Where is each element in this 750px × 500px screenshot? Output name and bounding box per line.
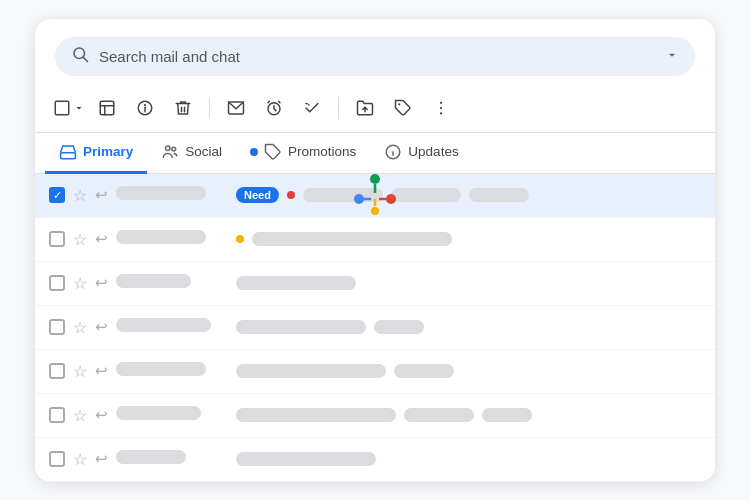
- forward-icon[interactable]: ↩: [95, 450, 108, 468]
- message-area: [236, 408, 701, 422]
- tab-social-label: Social: [185, 144, 222, 159]
- svg-rect-2: [55, 101, 69, 115]
- message-area: [236, 320, 701, 334]
- subject-pill: [236, 276, 356, 290]
- svg-rect-3: [100, 101, 114, 115]
- subject-pill-2: [374, 320, 424, 334]
- tab-primary-label: Primary: [83, 144, 133, 159]
- search-icon: [71, 45, 89, 68]
- sender-area: [116, 318, 226, 336]
- sender-area: [116, 230, 226, 248]
- email-content: [116, 450, 701, 468]
- forward-icon[interactable]: ↩: [95, 318, 108, 336]
- star-icon[interactable]: ☆: [73, 362, 87, 381]
- email-content: [116, 230, 701, 248]
- more-toolbar-icon[interactable]: [425, 92, 457, 124]
- unread-dot: [287, 191, 295, 199]
- svg-point-12: [440, 106, 442, 108]
- forward-icon[interactable]: ↩: [95, 274, 108, 292]
- email-row[interactable]: ☆ ↩: [35, 350, 715, 394]
- svg-point-11: [440, 101, 442, 103]
- search-placeholder-text: Search mail and chat: [99, 48, 655, 65]
- search-bar[interactable]: Search mail and chat: [55, 37, 695, 76]
- email-list: ✓ ☆ ↩: [35, 174, 715, 482]
- tab-updates[interactable]: Updates: [370, 133, 472, 174]
- toolbar-divider-2: [338, 97, 339, 119]
- email-content: Need: [116, 186, 701, 204]
- email-checkbox[interactable]: [49, 231, 65, 247]
- need-badge: Need: [236, 187, 279, 203]
- label-toolbar-icon[interactable]: [387, 92, 419, 124]
- sender-pill: [116, 450, 186, 464]
- subject-pill-2: [404, 408, 474, 422]
- toolbar: [35, 88, 715, 133]
- email-row[interactable]: ☆ ↩: [35, 394, 715, 438]
- forward-icon[interactable]: ↩: [95, 186, 108, 204]
- subject-pill: [252, 232, 452, 246]
- forward-icon[interactable]: ↩: [95, 406, 108, 424]
- tag-icon: [264, 143, 282, 161]
- email-content: [116, 406, 701, 424]
- email-row[interactable]: ☆ ↩: [35, 218, 715, 262]
- star-icon[interactable]: ☆: [73, 318, 87, 337]
- sender-area: [116, 186, 226, 204]
- info-toolbar-icon[interactable]: [129, 92, 161, 124]
- svg-point-13: [440, 112, 442, 114]
- email-content: [116, 318, 701, 336]
- email-checkbox[interactable]: [49, 363, 65, 379]
- subject-pill: [236, 320, 366, 334]
- people-icon: [161, 143, 179, 161]
- subject-pill-3: [482, 408, 532, 422]
- star-icon[interactable]: ☆: [73, 230, 87, 249]
- email-row[interactable]: ☆ ↩: [35, 306, 715, 350]
- message-area: [236, 276, 701, 290]
- refresh-icon[interactable]: [91, 92, 123, 124]
- tab-promotions[interactable]: Promotions: [236, 133, 370, 174]
- delete-toolbar-icon[interactable]: [167, 92, 199, 124]
- email-content: [116, 274, 701, 292]
- email-checkbox[interactable]: [49, 319, 65, 335]
- tabs-bar: Primary Social Promotions Updates: [35, 133, 715, 174]
- email-row[interactable]: ☆ ↩: [35, 438, 715, 482]
- star-icon[interactable]: ☆: [73, 274, 87, 293]
- done-toolbar-icon[interactable]: [296, 92, 328, 124]
- svg-line-1: [83, 57, 87, 61]
- move-toolbar-icon[interactable]: [349, 92, 381, 124]
- sender-area: [116, 450, 226, 468]
- search-dropdown-icon[interactable]: [665, 48, 679, 65]
- svg-point-15: [166, 146, 171, 151]
- star-icon[interactable]: ☆: [73, 186, 87, 205]
- sender-pill: [116, 274, 191, 288]
- message-area: Need: [236, 187, 701, 203]
- svg-rect-14: [61, 152, 76, 158]
- unread-dot: [236, 235, 244, 243]
- tab-updates-label: Updates: [408, 144, 458, 159]
- mail-toolbar-icon[interactable]: [220, 92, 252, 124]
- sender-pill: [116, 318, 211, 332]
- subject-pill: [236, 452, 376, 466]
- email-row[interactable]: ☆ ↩: [35, 262, 715, 306]
- sender-area: [116, 406, 226, 424]
- subject-pill: [236, 364, 386, 378]
- sender-pill: [116, 406, 201, 420]
- select-all-button[interactable]: [53, 92, 85, 124]
- email-row[interactable]: ✓ ☆ ↩: [35, 174, 715, 218]
- email-checkbox[interactable]: ✓: [49, 187, 65, 203]
- star-icon[interactable]: ☆: [73, 406, 87, 425]
- email-checkbox[interactable]: [49, 275, 65, 291]
- sender-pill: [116, 362, 206, 376]
- inbox-icon: [59, 143, 77, 161]
- forward-icon[interactable]: ↩: [95, 230, 108, 248]
- star-icon[interactable]: ☆: [73, 450, 87, 469]
- sender-area: [116, 362, 226, 380]
- email-checkbox[interactable]: [49, 451, 65, 467]
- email-checkbox[interactable]: [49, 407, 65, 423]
- forward-icon[interactable]: ↩: [95, 362, 108, 380]
- tab-promotions-label: Promotions: [288, 144, 356, 159]
- tab-social[interactable]: Social: [147, 133, 236, 174]
- tab-primary[interactable]: Primary: [45, 133, 147, 174]
- message-area: [236, 364, 701, 378]
- message-area: [236, 232, 701, 246]
- snooze-toolbar-icon[interactable]: [258, 92, 290, 124]
- promotions-dot: [250, 148, 258, 156]
